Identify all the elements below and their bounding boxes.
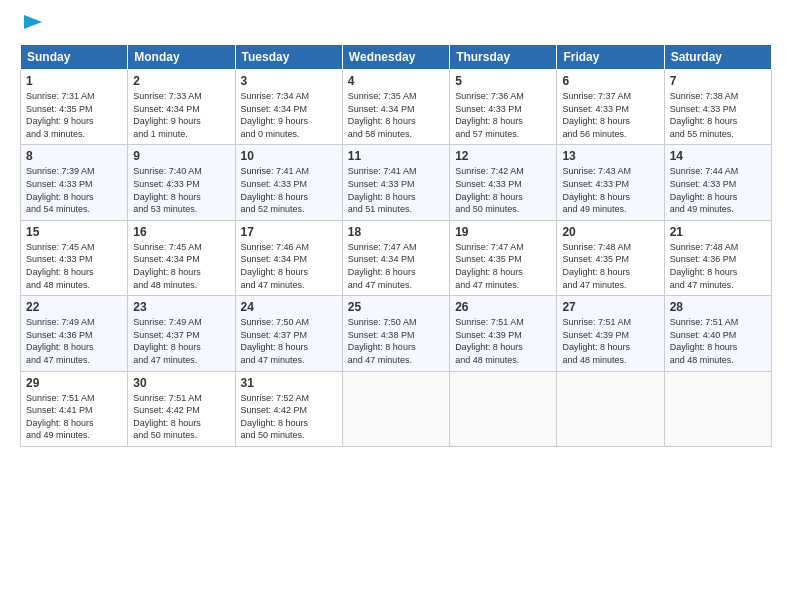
day-cell: 20Sunrise: 7:48 AM Sunset: 4:35 PM Dayli… <box>557 220 664 295</box>
header-cell-monday: Monday <box>128 45 235 70</box>
day-number: 31 <box>241 376 337 390</box>
day-info: Sunrise: 7:34 AM Sunset: 4:34 PM Dayligh… <box>241 90 337 140</box>
header-cell-sunday: Sunday <box>21 45 128 70</box>
day-info: Sunrise: 7:51 AM Sunset: 4:39 PM Dayligh… <box>562 316 658 366</box>
svg-marker-0 <box>24 15 42 29</box>
week-row-2: 8Sunrise: 7:39 AM Sunset: 4:33 PM Daylig… <box>21 145 772 220</box>
day-number: 18 <box>348 225 444 239</box>
day-number: 24 <box>241 300 337 314</box>
day-info: Sunrise: 7:51 AM Sunset: 4:40 PM Dayligh… <box>670 316 766 366</box>
day-cell <box>664 371 771 446</box>
day-info: Sunrise: 7:51 AM Sunset: 4:39 PM Dayligh… <box>455 316 551 366</box>
day-info: Sunrise: 7:51 AM Sunset: 4:41 PM Dayligh… <box>26 392 122 442</box>
day-info: Sunrise: 7:48 AM Sunset: 4:36 PM Dayligh… <box>670 241 766 291</box>
day-cell: 30Sunrise: 7:51 AM Sunset: 4:42 PM Dayli… <box>128 371 235 446</box>
calendar-table: SundayMondayTuesdayWednesdayThursdayFrid… <box>20 44 772 447</box>
day-number: 15 <box>26 225 122 239</box>
day-cell: 21Sunrise: 7:48 AM Sunset: 4:36 PM Dayli… <box>664 220 771 295</box>
day-info: Sunrise: 7:51 AM Sunset: 4:42 PM Dayligh… <box>133 392 229 442</box>
week-row-5: 29Sunrise: 7:51 AM Sunset: 4:41 PM Dayli… <box>21 371 772 446</box>
day-number: 11 <box>348 149 444 163</box>
day-number: 28 <box>670 300 766 314</box>
header-cell-friday: Friday <box>557 45 664 70</box>
day-number: 21 <box>670 225 766 239</box>
day-info: Sunrise: 7:48 AM Sunset: 4:35 PM Dayligh… <box>562 241 658 291</box>
day-info: Sunrise: 7:31 AM Sunset: 4:35 PM Dayligh… <box>26 90 122 140</box>
day-cell <box>450 371 557 446</box>
day-cell: 22Sunrise: 7:49 AM Sunset: 4:36 PM Dayli… <box>21 296 128 371</box>
day-info: Sunrise: 7:47 AM Sunset: 4:35 PM Dayligh… <box>455 241 551 291</box>
logo-arrow-icon <box>22 11 44 33</box>
day-number: 30 <box>133 376 229 390</box>
day-info: Sunrise: 7:44 AM Sunset: 4:33 PM Dayligh… <box>670 165 766 215</box>
day-cell: 10Sunrise: 7:41 AM Sunset: 4:33 PM Dayli… <box>235 145 342 220</box>
header <box>20 16 772 36</box>
day-cell: 11Sunrise: 7:41 AM Sunset: 4:33 PM Dayli… <box>342 145 449 220</box>
header-cell-tuesday: Tuesday <box>235 45 342 70</box>
header-cell-thursday: Thursday <box>450 45 557 70</box>
day-info: Sunrise: 7:45 AM Sunset: 4:33 PM Dayligh… <box>26 241 122 291</box>
day-info: Sunrise: 7:35 AM Sunset: 4:34 PM Dayligh… <box>348 90 444 140</box>
day-cell: 23Sunrise: 7:49 AM Sunset: 4:37 PM Dayli… <box>128 296 235 371</box>
header-cell-saturday: Saturday <box>664 45 771 70</box>
day-info: Sunrise: 7:49 AM Sunset: 4:37 PM Dayligh… <box>133 316 229 366</box>
day-number: 17 <box>241 225 337 239</box>
day-cell: 1Sunrise: 7:31 AM Sunset: 4:35 PM Daylig… <box>21 70 128 145</box>
day-number: 20 <box>562 225 658 239</box>
day-cell: 7Sunrise: 7:38 AM Sunset: 4:33 PM Daylig… <box>664 70 771 145</box>
day-info: Sunrise: 7:46 AM Sunset: 4:34 PM Dayligh… <box>241 241 337 291</box>
day-info: Sunrise: 7:41 AM Sunset: 4:33 PM Dayligh… <box>348 165 444 215</box>
day-info: Sunrise: 7:39 AM Sunset: 4:33 PM Dayligh… <box>26 165 122 215</box>
day-number: 5 <box>455 74 551 88</box>
day-number: 25 <box>348 300 444 314</box>
day-info: Sunrise: 7:47 AM Sunset: 4:34 PM Dayligh… <box>348 241 444 291</box>
day-cell: 31Sunrise: 7:52 AM Sunset: 4:42 PM Dayli… <box>235 371 342 446</box>
day-cell: 2Sunrise: 7:33 AM Sunset: 4:34 PM Daylig… <box>128 70 235 145</box>
day-cell: 3Sunrise: 7:34 AM Sunset: 4:34 PM Daylig… <box>235 70 342 145</box>
day-number: 7 <box>670 74 766 88</box>
day-cell <box>342 371 449 446</box>
day-number: 4 <box>348 74 444 88</box>
day-number: 14 <box>670 149 766 163</box>
week-row-3: 15Sunrise: 7:45 AM Sunset: 4:33 PM Dayli… <box>21 220 772 295</box>
day-cell: 15Sunrise: 7:45 AM Sunset: 4:33 PM Dayli… <box>21 220 128 295</box>
day-cell: 12Sunrise: 7:42 AM Sunset: 4:33 PM Dayli… <box>450 145 557 220</box>
day-info: Sunrise: 7:42 AM Sunset: 4:33 PM Dayligh… <box>455 165 551 215</box>
day-number: 12 <box>455 149 551 163</box>
day-number: 22 <box>26 300 122 314</box>
day-number: 26 <box>455 300 551 314</box>
day-cell: 13Sunrise: 7:43 AM Sunset: 4:33 PM Dayli… <box>557 145 664 220</box>
day-info: Sunrise: 7:36 AM Sunset: 4:33 PM Dayligh… <box>455 90 551 140</box>
day-cell: 27Sunrise: 7:51 AM Sunset: 4:39 PM Dayli… <box>557 296 664 371</box>
day-info: Sunrise: 7:38 AM Sunset: 4:33 PM Dayligh… <box>670 90 766 140</box>
day-number: 9 <box>133 149 229 163</box>
day-info: Sunrise: 7:41 AM Sunset: 4:33 PM Dayligh… <box>241 165 337 215</box>
week-row-4: 22Sunrise: 7:49 AM Sunset: 4:36 PM Dayli… <box>21 296 772 371</box>
day-number: 16 <box>133 225 229 239</box>
day-info: Sunrise: 7:49 AM Sunset: 4:36 PM Dayligh… <box>26 316 122 366</box>
day-cell: 16Sunrise: 7:45 AM Sunset: 4:34 PM Dayli… <box>128 220 235 295</box>
day-cell: 5Sunrise: 7:36 AM Sunset: 4:33 PM Daylig… <box>450 70 557 145</box>
week-row-1: 1Sunrise: 7:31 AM Sunset: 4:35 PM Daylig… <box>21 70 772 145</box>
day-number: 27 <box>562 300 658 314</box>
day-number: 6 <box>562 74 658 88</box>
day-info: Sunrise: 7:43 AM Sunset: 4:33 PM Dayligh… <box>562 165 658 215</box>
day-number: 19 <box>455 225 551 239</box>
day-info: Sunrise: 7:33 AM Sunset: 4:34 PM Dayligh… <box>133 90 229 140</box>
calendar-header-row: SundayMondayTuesdayWednesdayThursdayFrid… <box>21 45 772 70</box>
day-cell: 14Sunrise: 7:44 AM Sunset: 4:33 PM Dayli… <box>664 145 771 220</box>
day-cell: 19Sunrise: 7:47 AM Sunset: 4:35 PM Dayli… <box>450 220 557 295</box>
day-cell: 9Sunrise: 7:40 AM Sunset: 4:33 PM Daylig… <box>128 145 235 220</box>
day-number: 1 <box>26 74 122 88</box>
day-cell: 8Sunrise: 7:39 AM Sunset: 4:33 PM Daylig… <box>21 145 128 220</box>
day-cell: 28Sunrise: 7:51 AM Sunset: 4:40 PM Dayli… <box>664 296 771 371</box>
day-cell: 18Sunrise: 7:47 AM Sunset: 4:34 PM Dayli… <box>342 220 449 295</box>
header-cell-wednesday: Wednesday <box>342 45 449 70</box>
day-number: 29 <box>26 376 122 390</box>
day-cell: 24Sunrise: 7:50 AM Sunset: 4:37 PM Dayli… <box>235 296 342 371</box>
day-cell: 29Sunrise: 7:51 AM Sunset: 4:41 PM Dayli… <box>21 371 128 446</box>
day-cell <box>557 371 664 446</box>
day-cell: 26Sunrise: 7:51 AM Sunset: 4:39 PM Dayli… <box>450 296 557 371</box>
day-cell: 17Sunrise: 7:46 AM Sunset: 4:34 PM Dayli… <box>235 220 342 295</box>
calendar-body: 1Sunrise: 7:31 AM Sunset: 4:35 PM Daylig… <box>21 70 772 447</box>
